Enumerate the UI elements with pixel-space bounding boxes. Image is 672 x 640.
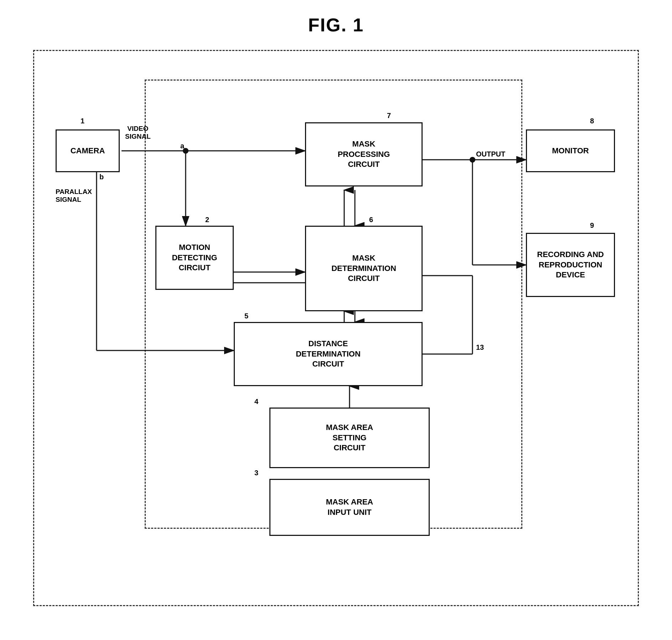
distance-determination-number: 5: [244, 312, 248, 320]
mask-area-input-number: 3: [254, 469, 258, 477]
page-title: FIG. 1: [308, 14, 364, 36]
camera-block: CAMERA: [56, 129, 120, 172]
mask-determination-block: MASK DETERMINATION CIRCUIT: [305, 226, 423, 311]
monitor-block: MONITOR: [526, 129, 615, 172]
parallax-signal-label: PARALLAX SIGNAL: [56, 180, 92, 204]
signal-b-label: b: [99, 173, 104, 181]
video-signal-label: VIDEO SIGNAL: [125, 117, 151, 140]
mask-area-setting-block: MASK AREA SETTING CIRCUIT: [269, 408, 430, 468]
camera-number: 1: [81, 117, 84, 125]
distance-determination-block: DISTANCE DETERMINATION CIRCUIT: [234, 322, 423, 386]
recording-block: RECORDING AND REPRODUCTION DEVICE: [526, 233, 615, 297]
mask-determination-number: 6: [369, 216, 373, 224]
mask-processing-number: 7: [387, 112, 391, 120]
mask-processing-block: MASK PROCESSING CIRCUIT: [305, 122, 423, 186]
outer-container: CAMERA 1 VIDEO SIGNAL a b PARALLAX SIGNA…: [33, 50, 639, 606]
output-label: OUTPUT: [476, 150, 505, 158]
recording-number: 9: [590, 221, 594, 230]
motion-detecting-number: 2: [205, 216, 209, 224]
mask-area-input-block: MASK AREA INPUT UNIT: [269, 479, 430, 536]
label-13: 13: [476, 343, 484, 352]
mask-area-setting-number: 4: [254, 398, 258, 406]
motion-detecting-block: MOTION DETECTING CIRCIUT: [155, 226, 234, 290]
signal-a-label: a: [180, 142, 184, 150]
monitor-number: 8: [590, 117, 594, 125]
